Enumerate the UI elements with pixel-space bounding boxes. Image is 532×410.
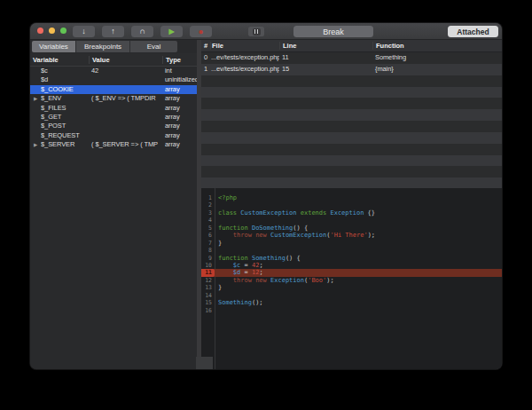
tab-variables[interactable]: Variables <box>32 41 76 52</box>
frame-number <box>201 98 210 109</box>
column-header-type[interactable]: Type <box>162 56 197 64</box>
zoom-button[interactable] <box>60 28 66 34</box>
frame-number <box>201 87 210 99</box>
disclosure-triangle-icon[interactable] <box>30 85 41 94</box>
column-header-line[interactable]: Line <box>279 42 372 50</box>
line-text: function DoSomething() { <box>215 225 308 232</box>
table-row[interactable]: $c 42 int <box>30 67 197 75</box>
stack-frame-row[interactable]: 0 ...ev/tests/exception.php 11 Something <box>201 52 502 64</box>
line-text <box>215 217 218 224</box>
close-button[interactable] <box>37 28 43 34</box>
stack-frame-row[interactable] <box>201 75 502 87</box>
continue-button[interactable]: ▶ <box>160 26 183 37</box>
line-text <box>215 292 218 299</box>
table-row[interactable]: $_POST array <box>30 122 197 130</box>
line-number[interactable]: 3 <box>201 209 215 217</box>
stack-frame-row[interactable] <box>201 144 502 155</box>
frame-line <box>279 155 372 167</box>
code-editor[interactable]: 1<?php23class CustomException extends Ex… <box>201 188 502 369</box>
disclosure-triangle-icon[interactable] <box>30 67 41 75</box>
line-text <box>215 307 218 314</box>
table-row[interactable]: $d uninitialized <box>30 75 197 84</box>
stack-frame-row[interactable] <box>201 98 502 109</box>
record-icon: ● <box>198 28 203 35</box>
frame-line: 11 <box>279 52 372 64</box>
disclosure-triangle-icon[interactable] <box>30 75 41 84</box>
traffic-lights <box>37 28 66 34</box>
step-into-button[interactable]: ↓ <box>73 26 95 37</box>
line-number[interactable]: 2 <box>201 201 215 209</box>
break-button[interactable]: Break <box>293 26 373 37</box>
code-line: 16 <box>201 307 502 314</box>
table-row[interactable]: $_GET array <box>30 113 197 122</box>
line-number[interactable]: 7 <box>201 240 215 247</box>
tab-breakpoints[interactable]: Breakpoints <box>76 41 130 52</box>
frame-number <box>201 144 210 155</box>
stack-frame-row[interactable] <box>201 155 502 167</box>
line-number[interactable]: 5 <box>201 225 215 232</box>
stack-frame-row[interactable] <box>201 166 502 177</box>
line-number[interactable]: 8 <box>201 247 215 254</box>
line-number[interactable]: 1 <box>201 194 215 201</box>
frame-number: 0 <box>201 52 210 64</box>
line-number[interactable]: 6 <box>201 232 215 239</box>
frame-line <box>279 144 372 155</box>
step-out-button[interactable]: ↑ <box>102 26 124 37</box>
line-text: <?php <box>215 194 237 201</box>
right-panel: # File Line Function 0 ...ev/tests/excep… <box>201 40 502 369</box>
disclosure-triangle-icon[interactable] <box>30 104 41 113</box>
disclosure-triangle-icon[interactable]: ▶ <box>30 94 41 103</box>
table-row[interactable]: $_REQUEST array <box>30 131 197 140</box>
pause-button[interactable] <box>248 27 264 36</box>
table-row[interactable]: $_FILES array <box>30 104 197 113</box>
table-row[interactable]: ▶ $_ENV ( $_ENV => ( TMPDIR array <box>30 94 197 103</box>
tab-eval[interactable]: Eval <box>130 41 177 52</box>
pause-icon <box>253 28 261 35</box>
debugger-window: ↓ ↑ ∩ ▶ ● Break Attached <box>30 23 502 369</box>
line-number[interactable]: 13 <box>201 284 215 291</box>
line-number[interactable]: 15 <box>201 299 215 306</box>
frame-file <box>210 121 279 132</box>
splitter-handle[interactable] <box>196 357 213 369</box>
line-number[interactable]: 11 <box>201 269 215 276</box>
line-number[interactable]: 4 <box>201 217 215 224</box>
variable-value <box>89 85 162 94</box>
code-line: 1<?php <box>201 194 502 201</box>
stack-frame-row[interactable] <box>201 87 502 99</box>
frame-file <box>210 166 279 177</box>
stack-frame-row[interactable] <box>201 109 502 121</box>
frame-function <box>372 121 502 132</box>
code-line: 3class CustomException extends Exception… <box>201 209 502 217</box>
table-row[interactable]: ▶ $_SERVER ( $_SERVER => ( TMP array <box>30 140 197 149</box>
stack-frame-row[interactable] <box>201 121 502 132</box>
disclosure-triangle-icon[interactable] <box>30 122 41 130</box>
column-header-num[interactable]: # <box>201 42 210 50</box>
disclosure-triangle-icon[interactable] <box>30 131 41 140</box>
stack-frame-row[interactable]: 1 ...ev/tests/exception.php 15 {main} <box>201 64 502 75</box>
table-row[interactable]: $_COOKIE array <box>30 85 197 94</box>
variable-type: array <box>162 113 197 122</box>
column-header-variable[interactable]: Variable <box>30 56 89 64</box>
line-number[interactable]: 16 <box>201 307 215 314</box>
record-button[interactable]: ● <box>190 26 212 37</box>
column-header-value[interactable]: Value <box>89 56 162 64</box>
line-text <box>215 247 218 254</box>
line-text <box>215 201 218 209</box>
variable-name: $_ENV <box>41 94 89 103</box>
variable-type: array <box>162 131 197 140</box>
line-number[interactable]: 12 <box>201 277 215 284</box>
column-header-file[interactable]: File <box>210 42 279 50</box>
minimize-button[interactable] <box>49 28 55 34</box>
line-number[interactable]: 14 <box>201 292 215 299</box>
toolbar: ↓ ↑ ∩ ▶ ● Break Attached <box>30 23 502 40</box>
line-number[interactable]: 10 <box>201 262 215 269</box>
variable-value: 42 <box>89 67 162 75</box>
frame-file <box>210 98 279 109</box>
line-number[interactable]: 9 <box>201 255 215 262</box>
disclosure-triangle-icon[interactable]: ▶ <box>30 140 41 149</box>
step-over-button[interactable]: ∩ <box>131 26 153 37</box>
column-header-function[interactable]: Function <box>372 42 502 50</box>
attached-button[interactable]: Attached <box>448 26 498 37</box>
disclosure-triangle-icon[interactable] <box>30 113 41 122</box>
stack-frame-row[interactable] <box>201 132 502 144</box>
